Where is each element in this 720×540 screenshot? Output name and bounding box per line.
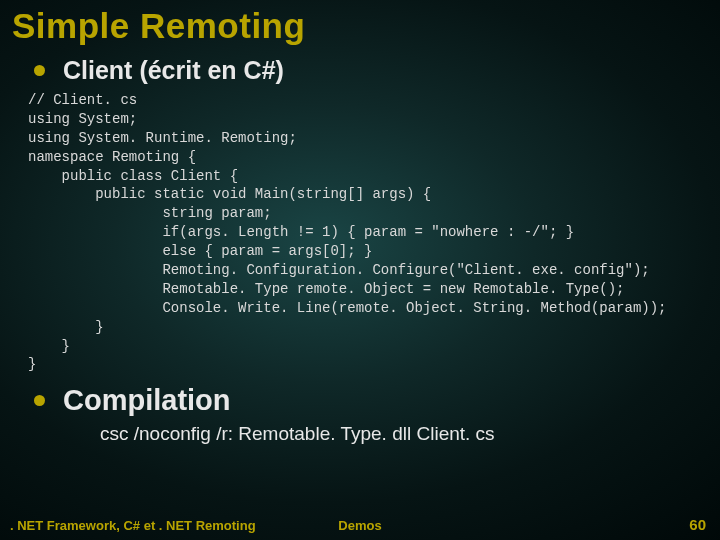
bullet-label: Client (écrit en C#) [63, 56, 284, 85]
slide: Simple Remoting Client (écrit en C#) // … [0, 0, 720, 540]
bullet-icon [34, 395, 45, 406]
slide-title: Simple Remoting [12, 6, 708, 46]
code-block: // Client. cs using System; using System… [28, 91, 708, 374]
compilation-command: csc /noconfig /r: Remotable. Type. dll C… [100, 423, 708, 445]
bullet-item-client: Client (écrit en C#) [34, 56, 708, 85]
footer: . NET Framework, C# et . NET Remoting De… [0, 518, 720, 533]
bullet-item-compilation: Compilation [34, 384, 708, 417]
slide-number: 60 [689, 516, 706, 533]
footer-left: . NET Framework, C# et . NET Remoting [10, 518, 256, 533]
bullet-label: Compilation [63, 384, 231, 417]
bullet-icon [34, 65, 45, 76]
